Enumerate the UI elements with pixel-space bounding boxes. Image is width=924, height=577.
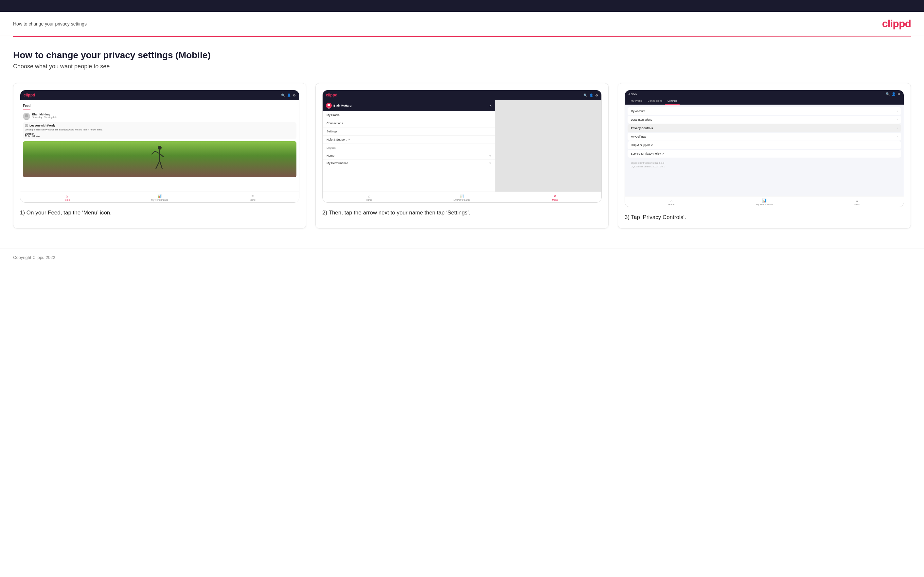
bottom-tab-performance: 📊 My Performance [113, 194, 206, 201]
phone2-logo: clippd [326, 93, 338, 97]
svg-line-7 [152, 151, 155, 154]
bottom-tab-home-3: ⌂ Home [625, 199, 718, 206]
menu-item-logout[interactable]: Logout [323, 144, 495, 152]
home-icon-3: ⌂ [670, 199, 673, 203]
post-desc: Looking to feel like my hands are exitin… [25, 128, 294, 131]
phone-mockup-1: clippd 🔍 👤 ⚙ Feed Blair [20, 90, 299, 203]
step-1-card: clippd 🔍 👤 ⚙ Feed Blair [13, 83, 306, 229]
chevron-dataintegrations: › [897, 118, 898, 121]
steps-grid: clippd 🔍 👤 ⚙ Feed Blair [13, 83, 911, 229]
search-icon: 🔍 [281, 93, 285, 97]
settings-icon-2: ⚙ [595, 93, 598, 97]
bottom-tab-performance-3: 📊 My Performance [718, 198, 811, 206]
menu-user-info: Blair McHarg [326, 103, 352, 108]
feed-post: Blair McHarg Yesterday · Sunningdale [23, 113, 296, 120]
bottom-tab-performance-2: 📊 My Performance [415, 194, 509, 201]
settings-mygolfbag[interactable]: My Golf Bag › [628, 133, 901, 140]
settings-icon-3: ⚙ [898, 92, 900, 96]
menu-avatar [326, 103, 332, 108]
version-client: Clippd Client Version: 2022.8.3-3 [631, 161, 898, 165]
phone-mockup-2: clippd 🔍 👤 ⚙ [322, 90, 602, 203]
settings-helpsupport[interactable]: Help & Support ↗ [628, 141, 901, 149]
menu-overlay: Blair McHarg ∧ My Profile Connections [323, 100, 495, 192]
home-label: Home [64, 199, 70, 201]
home-label-3: Home [669, 203, 675, 206]
user-icon-2: 👤 [589, 93, 593, 97]
menu-section-performance[interactable]: My Performance ∨ [323, 160, 495, 167]
lesson-title: Lesson with Fordy [25, 124, 294, 127]
bottom-tab-menu-3: ≡ Menu [811, 199, 904, 206]
page-subheading: Choose what you want people to see [13, 63, 911, 70]
menu-label-2: Menu [552, 199, 558, 201]
menu-user-name: Blair McHarg [333, 104, 352, 107]
header: How to change your privacy settings clip… [0, 12, 924, 36]
home-icon: ⌂ [66, 194, 68, 198]
serviceprivacy-label: Service & Privacy Policy ↗ [631, 152, 664, 155]
svg-line-10 [160, 161, 162, 169]
menu-section-home[interactable]: Home ∨ [323, 152, 495, 160]
dataintegrations-label: Data Integrations [631, 118, 652, 121]
performance-label: My Performance [151, 199, 168, 201]
menu-user-row: Blair McHarg ∧ [323, 100, 495, 111]
step-3-caption: 3) Tap ‘Privacy Controls’. [625, 213, 904, 222]
header-title: How to change your privacy settings [13, 21, 87, 26]
chevron-myaccount: › [897, 110, 898, 113]
step-1-caption: 1) On your Feed, tap the ‘Menu’ icon. [20, 209, 299, 217]
menu-label: Menu [250, 199, 255, 201]
phone-mockup-3: < Back 🔍 👤 ⚙ My Profile Connections [625, 90, 904, 207]
tab-connections[interactable]: Connections [645, 98, 665, 105]
avatar [23, 113, 30, 120]
menu-item-connections[interactable]: Connections [323, 119, 495, 127]
menu-icon: ≡ [252, 194, 254, 198]
phone1-bottom-bar: ⌂ Home 📊 My Performance ≡ Menu [20, 192, 299, 202]
phone3-bottom-bar: ⌂ Home 📊 My Performance ≡ Menu [625, 196, 904, 207]
user-icon: 👤 [287, 93, 291, 97]
page-heading: How to change your privacy settings (Mob… [13, 50, 911, 60]
copyright: Copyright Clippd 2022 [13, 255, 55, 260]
chevron-down-home: ∨ [489, 154, 491, 157]
settings-privacycontrols[interactable]: Privacy Controls › [628, 124, 901, 132]
phone3-tabs: My Profile Connections Settings [625, 98, 904, 105]
bottom-tab-close: ✕ Menu [509, 194, 601, 201]
close-icon: ✕ [554, 194, 557, 198]
settings-icon: ⚙ [293, 93, 296, 97]
chart-icon-2: 📊 [460, 194, 464, 198]
top-bar [0, 0, 924, 12]
svg-point-4 [158, 146, 162, 150]
menu-item-settings[interactable]: Settings [323, 127, 495, 136]
chart-icon: 📊 [157, 194, 162, 198]
version-info: Clippd Client Version: 2022.8.3-3 GQL Se… [628, 158, 901, 172]
performance-label-2: My Performance [454, 199, 470, 201]
svg-line-9 [156, 161, 160, 169]
phone2-body: Blair McHarg ∧ My Profile Connections [323, 100, 601, 192]
myaccount-label: My Account [631, 110, 645, 113]
tab-myprofile[interactable]: My Profile [628, 98, 645, 105]
home-icon-2: ⌂ [368, 194, 370, 198]
phone3-back-bar: < Back 🔍 👤 ⚙ [625, 90, 904, 98]
settings-serviceprivacy[interactable]: Service & Privacy Policy ↗ [628, 150, 901, 158]
bottom-tab-menu: ≡ Menu [206, 194, 299, 201]
search-icon-2: 🔍 [583, 93, 587, 97]
phone3-body: My Account › Data Integrations › Privacy… [625, 105, 904, 196]
bottom-tab-home: ⌂ Home [20, 194, 113, 201]
phone1-nav: clippd 🔍 👤 ⚙ [20, 90, 299, 100]
tab-settings[interactable]: Settings [665, 98, 680, 105]
post-user-name: Blair McHarg [32, 113, 296, 116]
settings-myaccount[interactable]: My Account › [628, 107, 901, 115]
back-button[interactable]: < Back [628, 92, 637, 96]
step-3-card: < Back 🔍 👤 ⚙ My Profile Connections [618, 83, 911, 229]
settings-dataintegrations[interactable]: Data Integrations › [628, 116, 901, 124]
post-user-sub: Yesterday · Sunningdale [32, 116, 296, 118]
main-content: How to change your privacy settings (Mob… [0, 37, 924, 248]
post-duration: Duration 01 hr : 30 min [25, 133, 294, 137]
menu-up-chevron: ∧ [489, 104, 492, 107]
user-icon-3: 👤 [892, 92, 895, 96]
menu-item-helpsupport[interactable]: Help & Support ↗ [323, 136, 495, 144]
step-2-caption: 2) Then, tap the arrow next to your name… [322, 209, 602, 217]
menu-item-myprofile[interactable]: My Profile [323, 111, 495, 119]
menu-icon-3: ≡ [856, 199, 858, 203]
search-icon-3: 🔍 [886, 92, 890, 96]
menu-label-3: Menu [854, 203, 860, 206]
performance-label-3: My Performance [756, 203, 772, 206]
golfer-svg [150, 145, 170, 174]
